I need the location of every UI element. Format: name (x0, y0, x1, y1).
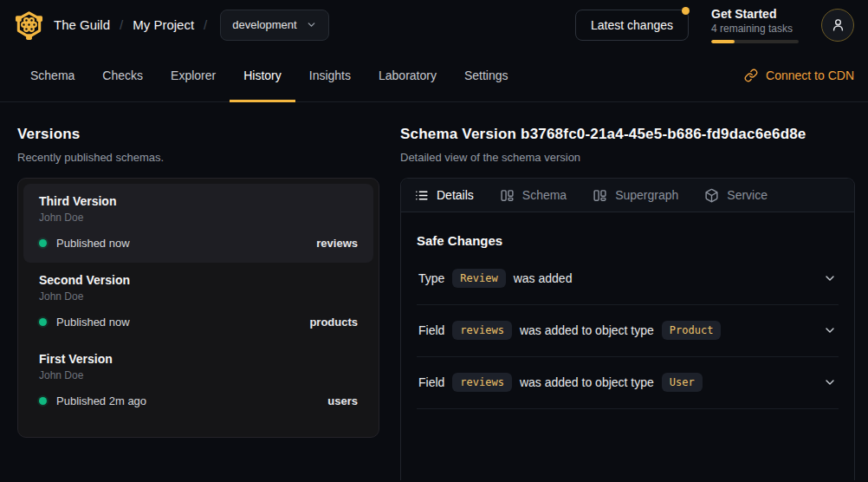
version-author: John Doe (39, 290, 358, 303)
primary-nav: Schema Checks Explorer History Insights … (0, 49, 868, 102)
versions-subtitle: Recently published schemas. (17, 151, 379, 164)
change-row[interactable]: Field reviews was added to object type U… (417, 357, 839, 409)
version-name: First Version (39, 352, 358, 366)
get-started-widget[interactable]: Get Started 4 remaining tasks (711, 7, 799, 43)
detail-tab-supergraph[interactable]: Supergraph (593, 188, 678, 203)
chevron-down-icon[interactable] (823, 271, 837, 285)
detail-tab-label: Supergraph (615, 188, 678, 202)
published-status-dot (39, 397, 47, 405)
version-status: Published now (56, 237, 130, 250)
detail-tabbar: Details Schema Sup (401, 179, 854, 212)
version-name: Third Version (39, 194, 358, 208)
change-text: was added (514, 271, 573, 285)
detail-panel-content: Safe Changes Type Review was added Field… (401, 212, 854, 409)
detail-tab-label: Schema (522, 188, 567, 202)
breadcrumb-separator: / (120, 17, 123, 32)
published-status-dot (39, 239, 47, 247)
version-detail-panel: Details Schema Sup (400, 178, 855, 480)
versions-title: Versions (17, 126, 379, 143)
version-author: John Doe (39, 212, 358, 224)
detail-tab-schema[interactable]: Schema (500, 188, 567, 203)
version-list-item[interactable]: First Version John Doe Published 2m ago … (23, 342, 373, 420)
hive-logo-icon[interactable] (14, 10, 44, 40)
tab-history[interactable]: History (230, 49, 295, 101)
versions-list: Third Version John Doe Published now rev… (17, 178, 379, 438)
version-service-name: products (309, 316, 358, 329)
change-code-badge: reviews (452, 373, 512, 392)
app-header: The Guild / My Project / development Lat… (0, 0, 868, 49)
chevron-down-icon[interactable] (823, 375, 837, 389)
breadcrumb-separator: / (204, 17, 207, 32)
version-list-item[interactable]: Third Version John Doe Published now rev… (23, 184, 373, 263)
version-status: Published 2m ago (56, 394, 146, 407)
chevron-down-icon (306, 19, 317, 30)
user-icon (831, 17, 845, 32)
get-started-subtitle: 4 remaining tasks (711, 23, 799, 35)
change-code-badge: Product (662, 321, 722, 340)
safe-changes-heading: Safe Changes (417, 233, 839, 248)
cube-icon (704, 188, 719, 203)
published-status-dot (39, 318, 47, 326)
schema-version-subtitle: Detailed view of the schema version (400, 151, 855, 164)
change-text: was added to object type (520, 375, 654, 389)
user-avatar-button[interactable] (821, 9, 854, 42)
version-detail-column: Schema Version b3768fc0-21a4-45e5-b686-f… (400, 102, 868, 482)
versions-column: Versions Recently published schemas. Thi… (0, 102, 400, 482)
change-prefix: Type (418, 271, 444, 285)
notification-dot (682, 7, 690, 15)
change-prefix: Field (418, 375, 444, 389)
version-service-name: users (327, 394, 358, 407)
change-code-badge: User (662, 373, 703, 392)
detail-tab-service[interactable]: Service (704, 188, 768, 203)
change-prefix: Field (418, 323, 444, 337)
detail-tab-label: Details (437, 188, 474, 202)
version-service-name: reviews (316, 237, 358, 250)
change-code-badge: reviews (452, 321, 512, 340)
chevron-down-icon[interactable] (823, 323, 837, 337)
connect-to-cdn-link[interactable]: Connect to CDN (744, 49, 854, 101)
detail-tab-details[interactable]: Details (414, 188, 474, 203)
version-author: John Doe (39, 369, 358, 381)
get-started-title: Get Started (711, 7, 799, 21)
version-list-item[interactable]: Second Version John Doe Published now pr… (23, 263, 373, 342)
change-text: was added to object type (520, 323, 654, 337)
latest-changes-label: Latest changes (591, 18, 673, 32)
connect-to-cdn-label: Connect to CDN (766, 68, 854, 82)
main-content: Versions Recently published schemas. Thi… (0, 102, 868, 482)
breadcrumb-project[interactable]: My Project (133, 17, 194, 32)
tab-checks[interactable]: Checks (88, 49, 157, 101)
tab-insights[interactable]: Insights (295, 49, 365, 101)
link-icon (744, 68, 758, 82)
tab-laboratory[interactable]: Laboratory (365, 49, 450, 101)
list-icon (414, 188, 429, 203)
tab-settings[interactable]: Settings (450, 49, 522, 101)
breadcrumb-org[interactable]: The Guild (54, 17, 110, 32)
get-started-progress-track (711, 40, 799, 43)
change-code-badge: Review (452, 269, 505, 288)
target-selector-value: development (232, 18, 296, 31)
schema-version-title: Schema Version b3768fc0-21a4-45e5-b686-f… (400, 126, 855, 143)
get-started-progress-fill (711, 40, 735, 43)
change-row[interactable]: Field reviews was added to object type P… (417, 305, 839, 357)
change-row[interactable]: Type Review was added (417, 253, 839, 305)
panels-icon (500, 188, 515, 203)
latest-changes-button[interactable]: Latest changes (575, 10, 689, 41)
target-selector-dropdown[interactable]: development (220, 10, 328, 41)
version-status: Published now (56, 316, 130, 329)
panels-icon (593, 188, 607, 203)
version-name: Second Version (39, 273, 358, 287)
tab-schema[interactable]: Schema (16, 49, 88, 101)
tab-explorer[interactable]: Explorer (157, 49, 230, 101)
detail-tab-label: Service (727, 188, 768, 202)
